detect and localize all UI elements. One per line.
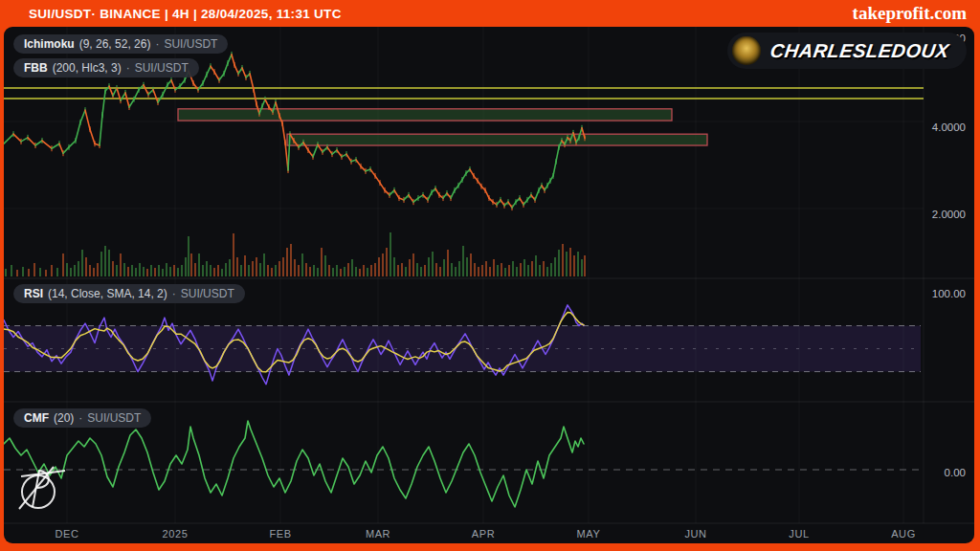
indicator-name: RSI (24, 287, 43, 300)
indicator-symbol: SUI/USDT (135, 61, 189, 75)
indicator-label-cmf[interactable]: CMF (20) · SUI/USDT (13, 408, 151, 428)
separator-dot: · (155, 37, 159, 51)
price-axis-label: 4.0000 (908, 121, 966, 133)
time-axis-label: JUN (684, 528, 706, 540)
time-axis-label: FEB (269, 528, 291, 540)
indicator-label-ichimoku[interactable]: Ichimoku (9, 26, 52, 26) · SUI/USDT (13, 34, 228, 54)
indicator-symbol: SUI/USDT (181, 287, 234, 300)
cmf-axis-label: 0.00 (908, 467, 966, 478)
indicator-name: FBB (24, 61, 48, 75)
time-axis-label: DEC (55, 528, 78, 540)
indicator-symbol: SUI/USDT (164, 37, 217, 51)
chart-title: SUI/USDT· BINANCE | 4H | 28/04/2025, 11:… (29, 7, 342, 21)
indicator-symbol: SUI/USDT (87, 411, 141, 425)
separator-dot: · (126, 61, 130, 75)
rsi-axis-label: 100.00 (908, 288, 966, 299)
time-axis-label: JUL (789, 528, 809, 540)
time-axis-label: MAR (366, 528, 390, 540)
indicator-params: (9, 26, 52, 26) (79, 37, 151, 51)
separator-dot: · (172, 287, 176, 300)
indicator-params: (14, Close, SMA, 14, 2) (48, 287, 167, 300)
time-axis-label: APR (472, 528, 495, 540)
time-axis-label: AUG (891, 528, 916, 540)
indicator-params: (20) (54, 411, 74, 425)
indicator-params: (200, Hlc3, 3) (53, 61, 122, 75)
indicator-name: Ichimoku (24, 37, 75, 51)
watermark-name: CHARLESLEDOUX (769, 40, 951, 62)
price-axis-label: 2.0000 (908, 209, 966, 220)
indicator-name: CMF (24, 411, 49, 425)
chart-area: Ichimoku (9, 26, 52, 26) · SUI/USDT FBB … (4, 27, 974, 543)
separator-dot: · (78, 411, 82, 425)
time-axis-label: 2025 (163, 528, 189, 540)
time-axis-label: MAY (577, 528, 601, 540)
app-frame: SUI/USDT· BINANCE | 4H | 28/04/2025, 11:… (0, 0, 980, 551)
brand-link[interactable]: takeprofit.com (853, 3, 967, 24)
header: SUI/USDT· BINANCE | 4H | 28/04/2025, 11:… (0, 0, 980, 27)
indicator-label-rsi[interactable]: RSI (14, Close, SMA, 14, 2) · SUI/USDT (13, 284, 245, 303)
indicator-label-fbb[interactable]: FBB (200, Hlc3, 3) · SUI/USDT (13, 58, 199, 77)
avatar (732, 36, 761, 65)
watermark-charlesledoux: CHARLESLEDOUX (727, 33, 967, 69)
